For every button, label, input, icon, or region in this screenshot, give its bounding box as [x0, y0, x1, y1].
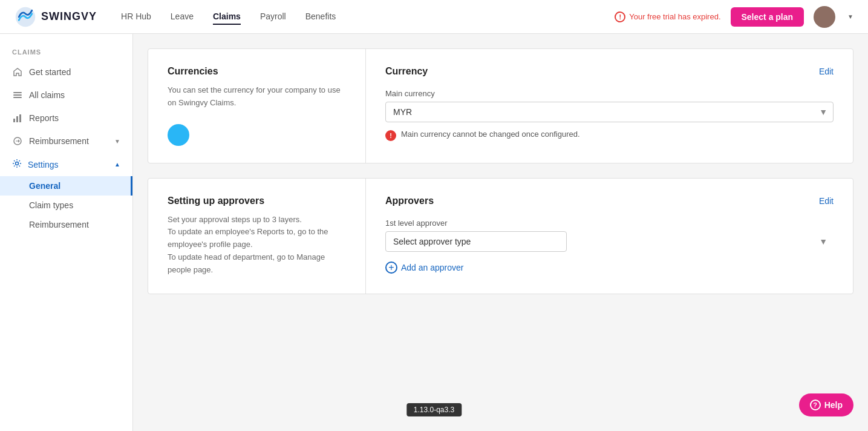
sidebar-section-label: CLAIMS [0, 44, 132, 61]
approvers-desc-line1: Set your approval steps up to 3 layers. [168, 215, 302, 224]
approver-select-wrapper: Select approver type ▼ [385, 231, 834, 252]
svg-rect-3 [13, 97, 22, 98]
select-plan-button[interactable]: Select a plan [731, 7, 804, 27]
bar-chart-icon [12, 113, 23, 123]
sidebar-item-reimbursement[interactable]: Reimbursement ▼ [0, 130, 132, 153]
error-icon: ! [385, 130, 396, 141]
approvers-section-header: Approvers Edit [385, 196, 834, 206]
approvers-right-panel: Approvers Edit 1st level approver Select… [366, 179, 853, 294]
svg-rect-5 [16, 116, 18, 122]
reimbursement-icon [12, 136, 23, 146]
trial-notice: ! Your free trial has expired. [615, 12, 720, 22]
sidebar-item-get-started[interactable]: Get started [0, 61, 132, 84]
settings-caret-icon: ▲ [114, 161, 120, 168]
loading-spinner [168, 124, 189, 146]
approvers-left-panel: Setting up approvers Set your approval s… [148, 179, 366, 294]
currencies-description: You can set the currency for your compan… [168, 84, 346, 110]
sidebar-label-settings: Settings [28, 160, 108, 169]
sidebar-label-all-claims: All claims [29, 90, 120, 100]
approvers-desc-line3: To update head of department, go to Mana… [168, 252, 325, 274]
error-text: Main currency cannot be changed once con… [401, 130, 580, 139]
main-layout: CLAIMS Get started All claims [0, 34, 868, 431]
currency-section-header: Currency Edit [385, 66, 834, 77]
currency-select[interactable]: MYR USD EUR SGD [385, 102, 834, 122]
trial-text: Your free trial has expired. [629, 12, 720, 21]
sidebar-item-settings[interactable]: Settings ▲ [0, 153, 132, 176]
approvers-title: Setting up approvers [168, 196, 346, 206]
approvers-card: Setting up approvers Set your approval s… [148, 178, 853, 294]
approvers-desc-line2: To update an employee's Reports to, go t… [168, 227, 328, 249]
approver-type-select[interactable]: Select approver type [385, 231, 567, 252]
help-label: Help [824, 400, 843, 410]
help-button[interactable]: ? Help [799, 393, 853, 416]
nav-claims[interactable]: Claims [213, 9, 241, 25]
sidebar: CLAIMS Get started All claims [0, 34, 133, 431]
svg-point-8 [16, 162, 19, 165]
currencies-left-panel: Currencies You can set the currency for … [148, 49, 366, 163]
version-badge: 1.13.0-qa3.3 [406, 403, 462, 416]
approver-level-label: 1st level approver [385, 219, 834, 228]
add-approver-link[interactable]: + Add an approver [385, 262, 834, 274]
currencies-right-panel: Currency Edit Main currency MYR USD EUR … [366, 49, 853, 163]
add-icon: + [385, 262, 397, 274]
spinner-wrapper [168, 124, 346, 146]
svg-rect-6 [19, 114, 21, 122]
approvers-edit-link[interactable]: Edit [819, 196, 834, 206]
nav-hr-hub[interactable]: HR Hub [121, 9, 151, 25]
sidebar-sub-item-claim-types[interactable]: Claim types [0, 196, 132, 215]
add-approver-label: Add an approver [401, 263, 464, 272]
currencies-card: Currencies You can set the currency for … [148, 48, 853, 163]
svg-rect-4 [13, 119, 15, 122]
sidebar-item-reports[interactable]: Reports [0, 107, 132, 130]
top-navigation: SWINGVY HR Hub Leave Claims Payroll Bene… [0, 0, 868, 34]
currency-select-wrapper: MYR USD EUR SGD ▼ [385, 102, 834, 122]
nav-right: ! Your free trial has expired. Select a … [615, 6, 853, 28]
nav-links: HR Hub Leave Claims Payroll Benefits [121, 9, 615, 25]
list-icon [12, 90, 23, 100]
svg-rect-2 [13, 94, 22, 96]
gear-icon [12, 159, 22, 170]
approvers-section-title: Approvers [385, 196, 434, 206]
currency-section-title: Currency [385, 66, 428, 77]
nav-leave[interactable]: Leave [171, 9, 194, 25]
reimbursement-caret-icon: ▼ [114, 138, 120, 145]
warning-icon: ! [615, 12, 625, 22]
sidebar-label-get-started: Get started [29, 67, 120, 77]
nav-benefits[interactable]: Benefits [305, 9, 336, 25]
approvers-description: Set your approval steps up to 3 layers. … [168, 214, 346, 277]
currency-edit-link[interactable]: Edit [819, 67, 834, 76]
sidebar-item-all-claims[interactable]: All claims [0, 84, 132, 107]
svg-rect-1 [13, 92, 22, 93]
approver-select-arrow-icon: ▼ [819, 237, 827, 246]
sidebar-label-reimbursement: Reimbursement [29, 136, 108, 146]
logo[interactable]: SWINGVY [15, 6, 97, 28]
nav-payroll[interactable]: Payroll [260, 9, 286, 25]
user-menu-chevron[interactable]: ▼ [847, 13, 853, 20]
sidebar-sub-item-general[interactable]: General [0, 176, 132, 196]
logo-text: SWINGVY [41, 10, 97, 23]
home-icon [12, 67, 23, 77]
main-currency-label: Main currency [385, 89, 834, 98]
currency-error-message: ! Main currency cannot be changed once c… [385, 130, 834, 141]
sidebar-sub-item-reimbursement[interactable]: Reimbursement [0, 215, 132, 234]
main-content: Currencies You can set the currency for … [133, 34, 868, 431]
sidebar-label-reports: Reports [29, 113, 120, 123]
help-icon: ? [810, 400, 821, 410]
currencies-title: Currencies [168, 66, 346, 77]
avatar[interactable] [814, 6, 835, 28]
